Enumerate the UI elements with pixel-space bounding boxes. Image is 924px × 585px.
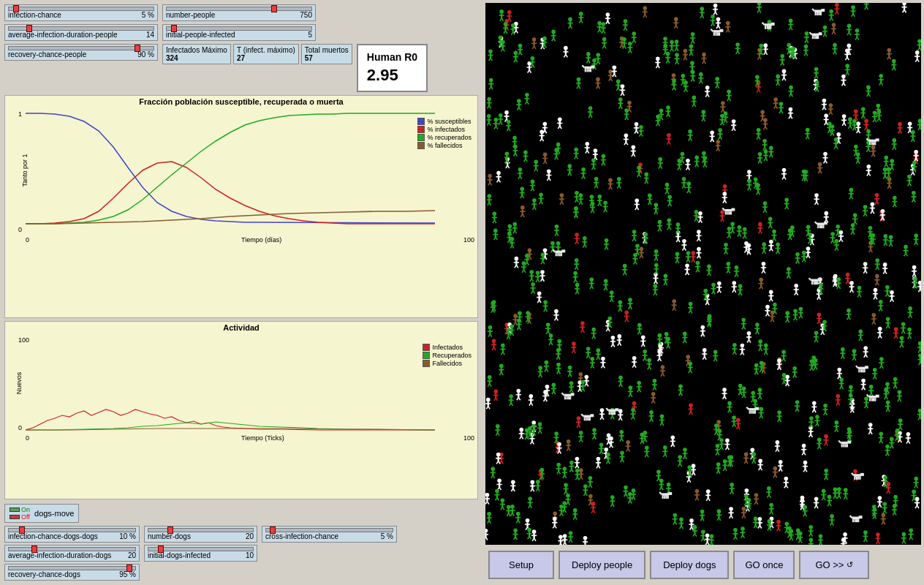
- initial-people-infected-slider[interactable]: initial-people-infected 5: [162, 24, 316, 41]
- infection-chance-dogs-slider[interactable]: infection-chance-dogs-dogs 10 %: [4, 526, 140, 543]
- number-people-label: number-people: [166, 11, 215, 19]
- avg-infection-duration-label: average-infection-duration-people: [8, 31, 118, 39]
- infection-chance-slider[interactable]: infection-chance 5 %: [4, 4, 158, 21]
- recovery-chance-people-slider[interactable]: recovery-chance-people 90 %: [4, 44, 158, 61]
- avg-infection-duration-slider[interactable]: average-infection-duration-people 14: [4, 24, 158, 41]
- total-muertos-box: Total muertos 57: [301, 44, 352, 64]
- initial-people-infected-value: 5: [292, 31, 312, 39]
- recovery-chance-dogs-slider[interactable]: recovery-chance-dogs 95 %: [4, 564, 140, 581]
- chart2-svg: [26, 336, 457, 431]
- go-button[interactable]: GO >> ↺: [799, 551, 869, 579]
- number-people-slider[interactable]: number-people 750: [162, 4, 316, 21]
- cross-infection-chance-slider[interactable]: cross-infection-chance 5 %: [262, 526, 397, 543]
- number-people-value: 750: [292, 11, 312, 19]
- avg-infection-duration-dogs-slider[interactable]: average-infection-duration-dogs 20: [4, 545, 140, 562]
- infectados-maximo-box: Infectados Máximo 324: [162, 44, 231, 64]
- dogs-move-toggle[interactable]: On Off dogs-move: [4, 504, 79, 523]
- infection-chance-value: 5 %: [134, 11, 154, 19]
- recovery-chance-people-label: recovery-chance-people: [8, 50, 86, 58]
- susceptible-chart: Fracción población susceptible, recupera…: [4, 95, 478, 318]
- chart1-svg: [26, 110, 457, 233]
- number-dogs-slider[interactable]: number-dogs 20: [144, 526, 257, 543]
- setup-button[interactable]: Setup: [488, 551, 554, 579]
- deploy-dogs-button[interactable]: Deploy dogs: [650, 551, 729, 579]
- t-infect-box: T (infect. máximo) 27: [233, 44, 299, 64]
- go-once-button[interactable]: GO once: [733, 551, 795, 579]
- activity-chart: Actividad Nuevos 100 0 0 Tiempo (Ticks) …: [4, 321, 478, 499]
- chart1-legend: % susceptibles % infectados % recuperado…: [417, 118, 472, 150]
- simulation-canvas: [485, 3, 921, 545]
- control-bar: Setup Deploy people Deploy dogs GO once …: [485, 545, 921, 582]
- deploy-people-button[interactable]: Deploy people: [558, 551, 645, 579]
- go-refresh-icon: ↺: [847, 560, 853, 570]
- initial-dogs-infected-slider[interactable]: initial-dogs-infected 10: [144, 545, 257, 562]
- r0-display: Human R0 2.95: [357, 44, 428, 92]
- avg-infection-duration-value: 14: [134, 31, 154, 39]
- chart2-legend: Infectados Recuperados Fallecidos: [423, 344, 472, 368]
- dogs-move-label: dogs-move: [34, 509, 74, 518]
